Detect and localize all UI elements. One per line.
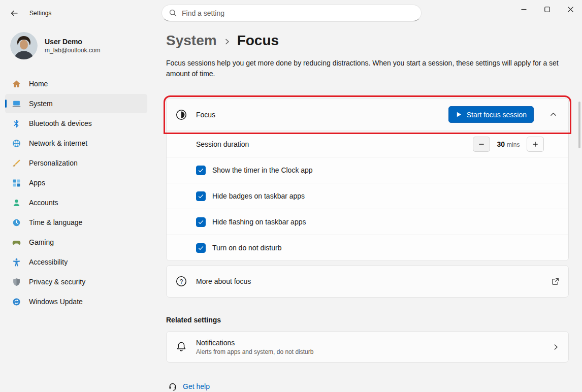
plus-icon [532, 141, 538, 147]
option-label: Show the timer in the Clock app [212, 166, 313, 174]
home-icon [12, 79, 21, 89]
breadcrumb: System Focus [166, 31, 569, 50]
minimize-icon [521, 7, 527, 12]
search-input[interactable] [182, 9, 414, 17]
notifications-card[interactable]: Notifications Alerts from apps and syste… [166, 331, 569, 363]
sidebar-item-personalization[interactable]: Personalization [5, 153, 147, 173]
start-focus-session-button[interactable]: Start focus session [448, 106, 534, 123]
sidebar-item-gaming[interactable]: Gaming [5, 233, 147, 252]
option-row-show-timer: Show the timer in the Clock app [167, 157, 568, 183]
option-row-hide-badges: Hide badges on taskbar apps [167, 183, 568, 209]
close-icon [568, 7, 573, 12]
chevron-right-icon [553, 344, 559, 350]
option-row-hide-flashing: Hide flashing on taskbar apps [167, 209, 568, 235]
start-focus-session-label: Start focus session [467, 111, 527, 119]
windows-update-icon [12, 297, 21, 307]
sidebar-item-accounts[interactable]: Accounts [5, 193, 147, 212]
app-title: Settings [29, 10, 51, 17]
user-email: m_lab@outlook.com [45, 46, 101, 55]
back-button[interactable] [4, 4, 24, 22]
sidebar-nav: Home System Bluetooth & devices Network … [0, 74, 152, 311]
personalization-icon [12, 158, 21, 168]
related-settings-heading: Related settings [166, 316, 569, 324]
checkbox-hide-badges[interactable] [196, 191, 206, 201]
session-duration-value: 30mins [490, 140, 527, 148]
sidebar-item-windows-update[interactable]: Windows Update [5, 292, 147, 311]
page-title: Focus [237, 32, 279, 49]
sidebar-item-label: Personalization [29, 159, 78, 167]
user-profile[interactable]: User Demo m_lab@outlook.com [10, 31, 152, 60]
sidebar-item-label: Windows Update [29, 298, 83, 306]
sidebar-item-label: Network & internet [29, 139, 87, 147]
sidebar-item-label: System [29, 100, 53, 108]
minus-icon [478, 141, 484, 147]
avatar [10, 32, 38, 59]
checkbox-hide-flashing[interactable] [196, 217, 206, 227]
bluetooth-icon [12, 119, 21, 128]
sidebar-item-system[interactable]: System [5, 94, 147, 113]
focus-icon [175, 109, 188, 120]
breadcrumb-system[interactable]: System [166, 32, 217, 49]
more-about-focus-card[interactable]: ? More about focus [166, 265, 569, 298]
focus-expander: Focus Start focus session Session durati… [166, 98, 569, 261]
accessibility-icon [12, 257, 21, 267]
get-help-icon [168, 382, 177, 391]
bell-icon [175, 341, 188, 352]
notifications-title: Notifications [196, 339, 313, 347]
sidebar-item-bluetooth-devices[interactable]: Bluetooth & devices [5, 114, 147, 133]
sidebar-item-label: Apps [29, 179, 45, 187]
session-duration-stepper: 30mins [473, 137, 544, 152]
privacy-icon [12, 277, 21, 287]
decrease-duration-button[interactable] [473, 137, 490, 152]
checkbox-show-timer[interactable] [196, 166, 206, 175]
play-icon [456, 111, 462, 118]
sidebar-item-label: Accessibility [29, 258, 68, 266]
focus-expander-header[interactable]: Focus Start focus session [167, 99, 568, 131]
minimize-button[interactable] [512, 0, 535, 18]
sidebar-item-accessibility[interactable]: Accessibility [5, 252, 147, 272]
apps-icon [12, 178, 21, 188]
option-label: Hide badges on taskbar apps [212, 192, 305, 200]
checkmark-icon [198, 219, 204, 225]
sidebar-item-label: Time & language [29, 218, 82, 226]
chevron-right-icon [223, 36, 231, 45]
focus-label: Focus [196, 111, 215, 119]
sidebar-item-label: Privacy & security [29, 278, 85, 286]
increase-duration-button[interactable] [527, 137, 544, 152]
option-row-do-not-disturb: Turn on do not disturb [167, 235, 568, 260]
accounts-icon [12, 198, 21, 208]
more-about-focus-label: More about focus [196, 277, 251, 285]
option-label: Hide flashing on taskbar apps [212, 218, 306, 226]
back-arrow-icon [10, 9, 18, 17]
titlebar: Settings [0, 0, 582, 26]
sidebar-item-privacy-security[interactable]: Privacy & security [5, 272, 147, 291]
get-help-link[interactable]: Get help [183, 382, 210, 390]
sidebar-item-home[interactable]: Home [5, 74, 147, 93]
sidebar-item-network-internet[interactable]: Network & internet [5, 134, 147, 153]
checkmark-icon [198, 245, 204, 251]
search-icon [169, 9, 177, 17]
session-duration-label: Session duration [196, 140, 473, 148]
sidebar: User Demo m_lab@outlook.com Home System … [0, 26, 152, 392]
chevron-up-icon[interactable] [546, 111, 560, 118]
sidebar-item-apps[interactable]: Apps [5, 173, 147, 192]
option-label: Turn on do not disturb [212, 244, 281, 252]
sidebar-item-label: Home [29, 80, 48, 88]
help-circle-icon: ? [175, 276, 188, 287]
checkbox-do-not-disturb[interactable] [196, 243, 206, 253]
close-button[interactable] [559, 0, 582, 18]
scrollbar-thumb[interactable] [578, 102, 580, 148]
network-icon [12, 139, 21, 148]
settings-window: Settings [0, 0, 582, 392]
system-icon [12, 99, 21, 109]
sidebar-item-time-language[interactable]: Time & language [5, 213, 147, 232]
sidebar-item-label: Bluetooth & devices [29, 119, 92, 127]
page-description: Focus sessions help you get more done by… [166, 58, 566, 79]
sidebar-item-label: Accounts [29, 199, 58, 207]
search-box[interactable] [161, 5, 422, 21]
session-duration-row: Session duration 30mins [167, 131, 568, 157]
time-language-icon [12, 218, 21, 227]
maximize-icon [544, 7, 550, 12]
maximize-button[interactable] [535, 0, 559, 18]
notifications-subtitle: Alerts from apps and system, do not dist… [196, 348, 313, 355]
